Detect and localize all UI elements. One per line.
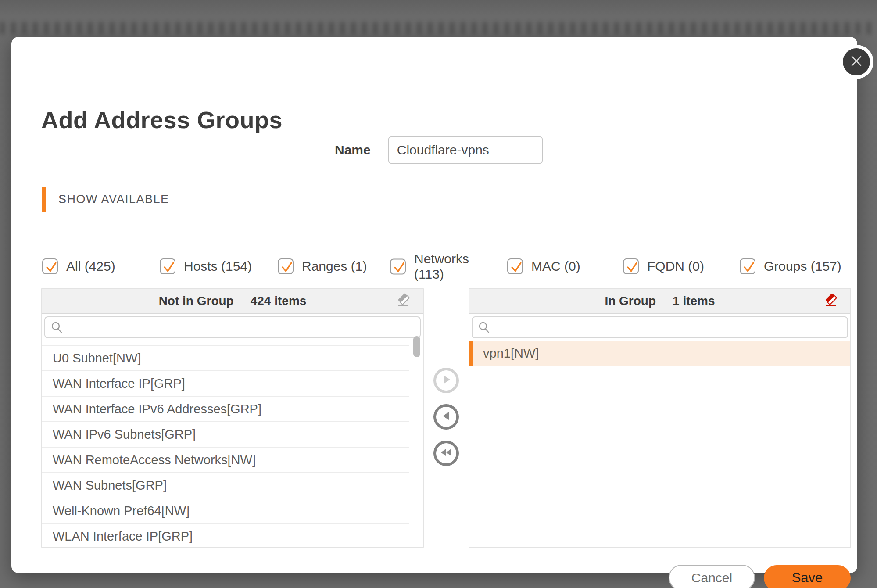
show-available-section: SHOW AVAILABLE — [42, 187, 169, 212]
list-item[interactable]: U0 Subnet[NW] — [42, 346, 409, 371]
list-item[interactable]: WAN RemoteAccess Networks[NW] — [42, 448, 409, 473]
in-group-panel: In Group 1 items — [469, 288, 851, 548]
add-address-groups-dialog: Add Address Groups Name SHOW AVAILABLE A… — [11, 37, 857, 573]
section-accent-bar — [42, 187, 46, 212]
filter-checkbox-networks[interactable]: Networks (113) — [390, 251, 466, 282]
eraser-icon — [396, 293, 411, 309]
page-title: Add Address Groups — [41, 106, 283, 133]
not-in-group-title: Not in Group — [159, 294, 234, 308]
name-label: Name — [335, 143, 371, 158]
in-group-count: 1 items — [673, 294, 715, 308]
in-group-item[interactable]: vpn1[NW] — [469, 341, 850, 366]
list-item[interactable]: WAN Interface IP[GRP] — [42, 371, 409, 397]
transfer-buttons — [433, 368, 459, 466]
double-arrow-left-icon — [439, 446, 453, 460]
not-in-group-search-input[interactable] — [44, 316, 421, 338]
filter-label: MAC (0) — [531, 259, 580, 274]
arrow-left-icon — [440, 410, 452, 424]
close-icon — [850, 54, 863, 69]
not-in-group-panel: Not in Group 424 items — [41, 288, 424, 548]
close-button[interactable] — [843, 48, 870, 75]
checkbox-icon[interactable] — [623, 258, 639, 274]
in-group-search-input[interactable] — [472, 316, 848, 338]
filter-checkbox-groups[interactable]: Groups (157) — [740, 258, 841, 274]
name-input[interactable] — [388, 136, 543, 164]
checkbox-icon[interactable] — [160, 258, 175, 274]
not-in-group-search — [44, 316, 421, 338]
list-item[interactable]: Well-Known Pref64[NW] — [42, 498, 409, 524]
filter-checkbox-hosts[interactable]: Hosts (154) — [160, 258, 252, 274]
checkbox-icon[interactable] — [390, 258, 406, 274]
list-item[interactable]: WAN Interface IPv6 Addresses[GRP] — [42, 397, 409, 422]
move-right-button[interactable] — [433, 368, 459, 393]
background-blur-band — [0, 22, 877, 34]
checkbox-icon[interactable] — [740, 258, 755, 274]
filter-label: FQDN (0) — [647, 259, 704, 274]
filter-label: Ranges (1) — [302, 259, 367, 274]
filter-label: Hosts (154) — [184, 259, 252, 274]
section-header-label: SHOW AVAILABLE — [58, 193, 169, 206]
list-item[interactable]: WAN Subnets[GRP] — [42, 473, 409, 498]
scrolled-row-sliver — [42, 340, 409, 346]
checkbox-icon[interactable] — [278, 258, 294, 274]
left-list-scrollbar[interactable] — [413, 336, 420, 357]
in-group-search — [472, 316, 848, 338]
clear-selection-button[interactable] — [394, 291, 413, 311]
list-item[interactable]: WAN IPv6 Subnets[GRP] — [42, 422, 409, 448]
not-in-group-count: 424 items — [251, 294, 307, 308]
clear-group-button[interactable] — [821, 291, 841, 311]
arrow-right-icon — [440, 373, 452, 387]
cancel-button[interactable]: Cancel — [669, 565, 755, 588]
move-left-button[interactable] — [433, 404, 459, 430]
in-group-header: In Group 1 items — [469, 289, 850, 314]
move-all-left-button[interactable] — [433, 441, 459, 466]
not-in-group-list: U0 Subnet[NW]WAN Interface IP[GRP]WAN In… — [42, 340, 423, 549]
checkbox-icon[interactable] — [507, 258, 523, 274]
filter-checkbox-ranges[interactable]: Ranges (1) — [278, 258, 367, 274]
filter-label: Groups (157) — [764, 259, 841, 274]
in-group-title: In Group — [605, 294, 656, 308]
eraser-icon-red — [823, 293, 838, 309]
name-field-row: Name — [335, 136, 543, 164]
filter-row: All (425)Hosts (154)Ranges (1)Networks (… — [42, 251, 858, 282]
filter-label: Networks (113) — [414, 251, 466, 282]
filter-checkbox-all[interactable]: All (425) — [42, 258, 115, 274]
filter-checkbox-mac[interactable]: MAC (0) — [507, 258, 580, 274]
in-group-list: vpn1[NW] — [469, 340, 850, 549]
not-in-group-header: Not in Group 424 items — [42, 289, 423, 314]
filter-label: All (425) — [66, 259, 115, 274]
checkbox-icon[interactable] — [42, 258, 58, 274]
filter-checkbox-fqdn[interactable]: FQDN (0) — [623, 258, 704, 274]
save-button[interactable]: Save — [764, 565, 851, 588]
list-item[interactable]: WLAN Interface IP[GRP] — [42, 524, 409, 549]
